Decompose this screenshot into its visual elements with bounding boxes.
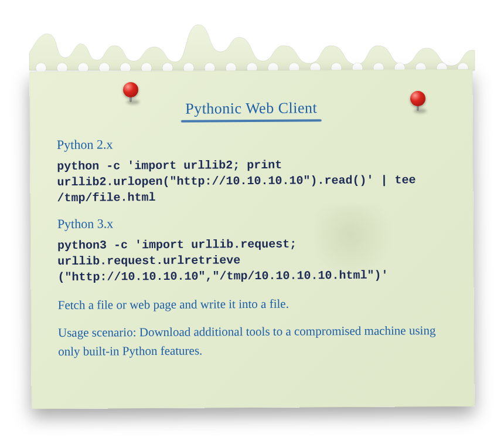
note-title: Pythonic Web Client [57, 99, 446, 118]
note-description: Fetch a file or web page and write it in… [58, 293, 447, 315]
note-usage: Usage scenario: Download additional tool… [58, 321, 447, 361]
code-python3: python3 -c 'import urllib.request; urlli… [57, 235, 447, 285]
note-card-stage: Pythonic Web Client Python 2.x python -c… [0, 0, 504, 447]
heading-python2: Python 2.x [57, 135, 446, 153]
pushpin-icon [410, 91, 428, 109]
code-python2: python -c 'import urllib2; print urllib2… [57, 156, 446, 206]
pushpin-icon [123, 82, 141, 100]
note-paper: Pythonic Web Client Python 2.x python -c… [29, 69, 474, 409]
heading-python3: Python 3.x [57, 214, 447, 232]
title-underline [181, 119, 322, 122]
